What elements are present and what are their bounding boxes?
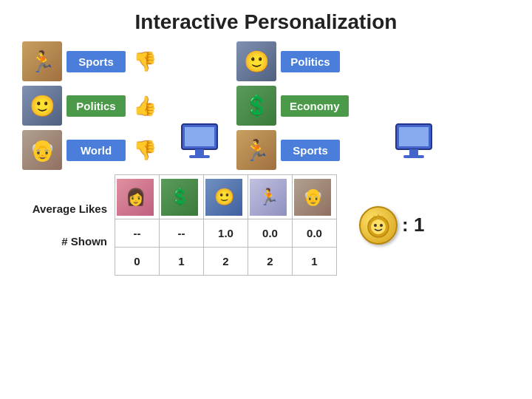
monitor-right-icon (392, 121, 436, 163)
feed-label-world-left: World (66, 140, 126, 161)
cell-avg-3: 0.0 (248, 219, 293, 248)
feed-label-economy-right: Economy (281, 95, 349, 117)
col-avatar-economy: 💲 (161, 179, 198, 216)
svg-point-16 (380, 224, 383, 227)
avatar-politics-left: 🙂 (22, 86, 62, 126)
col-avatar-pink: 👩 (117, 179, 154, 216)
feed-label-sports-left: Sports (66, 51, 126, 72)
avg-likes-row: -- -- 1.0 0.0 0.0 (115, 219, 337, 248)
page-title: Interactive Personalization (0, 0, 532, 41)
score-circle-icon (359, 206, 398, 245)
feed-item-sports-right: 🏃 Sports (236, 130, 384, 170)
score-value: : 1 (402, 214, 424, 236)
right-monitor-area (392, 41, 443, 170)
right-feed: 🙂 Politics 💲 Economy 🏃 Sports (236, 41, 384, 170)
stats-table: 👩 💲 🙂 🏃 👴 -- -- 1.0 (115, 174, 337, 276)
avatar-economy-right: 💲 (236, 86, 276, 126)
cell-avg-0: -- (115, 219, 160, 248)
col-avatar-politics: 🙂 (205, 179, 242, 216)
cell-shown-1: 1 (160, 248, 204, 276)
feed-item-sports-left: 🏃 Sports 👎 (22, 41, 170, 81)
table-row-labels: Average Likes # Shown (22, 195, 107, 256)
shown-label: # Shown (22, 228, 107, 256)
bottom-section: Average Likes # Shown 👩 💲 🙂 🏃 👴 (0, 170, 532, 280)
cell-shown-2: 2 (204, 248, 248, 276)
shown-row: 0 1 2 2 1 (115, 248, 337, 276)
feed-label-politics-right: Politics (281, 51, 340, 72)
cell-avg-1: -- (160, 219, 204, 248)
cell-avg-4: 0.0 (293, 219, 337, 248)
left-feed: 🏃 Sports 👎 🙂 Politics 👍 👴 World 👎 (22, 41, 170, 170)
cell-shown-0: 0 (115, 248, 160, 276)
avatar-politics-right: 🙂 (236, 41, 276, 81)
col-header-pink: 👩 (115, 175, 160, 219)
feed-label-politics-left: Politics (66, 95, 126, 117)
avg-likes-label: Average Likes (22, 195, 107, 223)
feed-label-sports-right: Sports (281, 140, 340, 161)
svg-point-15 (374, 224, 377, 227)
thumb-down-sports: 👎 (133, 50, 157, 73)
cell-shown-4: 1 (293, 248, 337, 276)
col-header-world2: 👴 (293, 175, 337, 219)
svg-rect-5 (399, 127, 429, 146)
avatar-world-left: 👴 (22, 130, 62, 170)
cell-avg-2: 1.0 (204, 219, 248, 248)
col-avatar-world: 👴 (294, 179, 331, 216)
col-avatar-sports: 🏃 (250, 179, 287, 216)
thumb-down-world: 👎 (133, 139, 157, 162)
feed-item-politics-left: 🙂 Politics 👍 (22, 86, 170, 126)
monitor-left-icon (177, 121, 222, 163)
feed-item-economy-right: 💲 Economy (236, 86, 384, 126)
feed-item-world-left: 👴 World 👎 (22, 130, 170, 170)
avatar-sports-right: 🏃 (236, 130, 276, 170)
col-header-green: 💲 (160, 175, 204, 219)
cell-shown-3: 2 (248, 248, 293, 276)
col-header-blue: 🙂 (204, 175, 248, 219)
feed-item-politics-right: 🙂 Politics (236, 41, 384, 81)
left-monitor-area (177, 41, 229, 170)
svg-rect-1 (185, 127, 214, 146)
avatar-sports-left: 🏃 (22, 41, 62, 81)
thumb-up-politics: 👍 (133, 95, 157, 117)
svg-marker-10 (377, 214, 380, 218)
score-badge: : 1 (359, 206, 424, 245)
svg-rect-2 (195, 149, 204, 155)
score-coin-svg (364, 211, 393, 240)
svg-rect-6 (409, 149, 418, 155)
svg-rect-7 (403, 155, 424, 158)
svg-rect-3 (189, 155, 210, 158)
col-header-sports2: 🏃 (248, 175, 293, 219)
